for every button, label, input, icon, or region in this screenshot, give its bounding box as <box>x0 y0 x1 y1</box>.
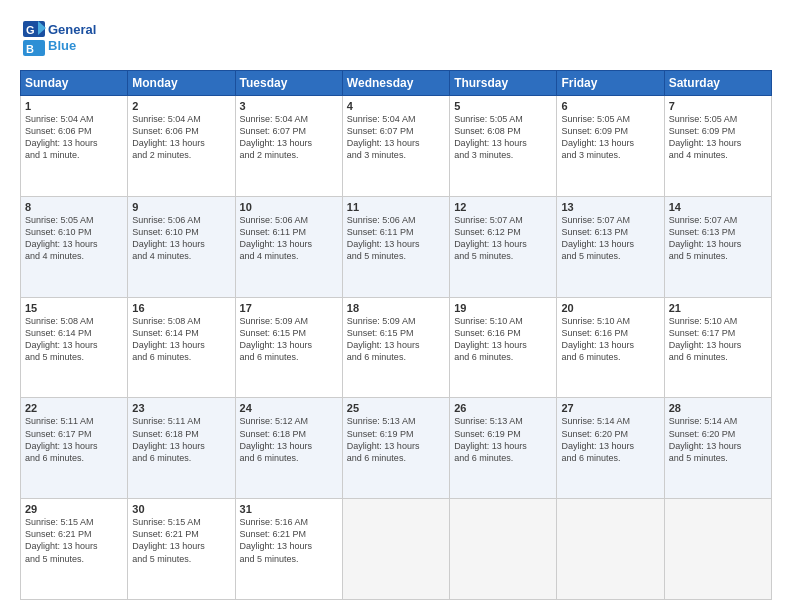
svg-text:General: General <box>48 22 96 37</box>
day-info: Sunrise: 5:05 AM Sunset: 6:09 PM Dayligh… <box>669 113 767 162</box>
day-cell: 6Sunrise: 5:05 AM Sunset: 6:09 PM Daylig… <box>557 96 664 197</box>
day-cell: 4Sunrise: 5:04 AM Sunset: 6:07 PM Daylig… <box>342 96 449 197</box>
day-cell: 13Sunrise: 5:07 AM Sunset: 6:13 PM Dayli… <box>557 196 664 297</box>
day-number: 21 <box>669 302 767 314</box>
day-cell: 16Sunrise: 5:08 AM Sunset: 6:14 PM Dayli… <box>128 297 235 398</box>
day-cell <box>450 499 557 600</box>
day-cell: 11Sunrise: 5:06 AM Sunset: 6:11 PM Dayli… <box>342 196 449 297</box>
day-number: 20 <box>561 302 659 314</box>
week-row-5: 29Sunrise: 5:15 AM Sunset: 6:21 PM Dayli… <box>21 499 772 600</box>
col-header-monday: Monday <box>128 71 235 96</box>
day-cell <box>664 499 771 600</box>
day-number: 11 <box>347 201 445 213</box>
day-cell: 26Sunrise: 5:13 AM Sunset: 6:19 PM Dayli… <box>450 398 557 499</box>
col-header-sunday: Sunday <box>21 71 128 96</box>
day-info: Sunrise: 5:06 AM Sunset: 6:10 PM Dayligh… <box>132 214 230 263</box>
day-number: 31 <box>240 503 338 515</box>
day-cell: 1Sunrise: 5:04 AM Sunset: 6:06 PM Daylig… <box>21 96 128 197</box>
day-number: 27 <box>561 402 659 414</box>
header: General Blue G B <box>20 18 772 60</box>
day-info: Sunrise: 5:13 AM Sunset: 6:19 PM Dayligh… <box>454 415 552 464</box>
week-row-2: 8Sunrise: 5:05 AM Sunset: 6:10 PM Daylig… <box>21 196 772 297</box>
day-info: Sunrise: 5:04 AM Sunset: 6:06 PM Dayligh… <box>132 113 230 162</box>
day-cell: 7Sunrise: 5:05 AM Sunset: 6:09 PM Daylig… <box>664 96 771 197</box>
day-number: 15 <box>25 302 123 314</box>
day-info: Sunrise: 5:10 AM Sunset: 6:16 PM Dayligh… <box>454 315 552 364</box>
day-cell: 20Sunrise: 5:10 AM Sunset: 6:16 PM Dayli… <box>557 297 664 398</box>
svg-text:G: G <box>26 24 35 36</box>
day-number: 30 <box>132 503 230 515</box>
day-info: Sunrise: 5:10 AM Sunset: 6:17 PM Dayligh… <box>669 315 767 364</box>
calendar-table: SundayMondayTuesdayWednesdayThursdayFrid… <box>20 70 772 600</box>
day-number: 10 <box>240 201 338 213</box>
day-cell: 18Sunrise: 5:09 AM Sunset: 6:15 PM Dayli… <box>342 297 449 398</box>
day-info: Sunrise: 5:12 AM Sunset: 6:18 PM Dayligh… <box>240 415 338 464</box>
day-cell: 31Sunrise: 5:16 AM Sunset: 6:21 PM Dayli… <box>235 499 342 600</box>
day-info: Sunrise: 5:16 AM Sunset: 6:21 PM Dayligh… <box>240 516 338 565</box>
day-cell: 22Sunrise: 5:11 AM Sunset: 6:17 PM Dayli… <box>21 398 128 499</box>
day-cell: 29Sunrise: 5:15 AM Sunset: 6:21 PM Dayli… <box>21 499 128 600</box>
day-info: Sunrise: 5:06 AM Sunset: 6:11 PM Dayligh… <box>347 214 445 263</box>
day-info: Sunrise: 5:07 AM Sunset: 6:13 PM Dayligh… <box>669 214 767 263</box>
day-cell: 17Sunrise: 5:09 AM Sunset: 6:15 PM Dayli… <box>235 297 342 398</box>
day-info: Sunrise: 5:09 AM Sunset: 6:15 PM Dayligh… <box>347 315 445 364</box>
day-number: 24 <box>240 402 338 414</box>
day-number: 23 <box>132 402 230 414</box>
day-info: Sunrise: 5:11 AM Sunset: 6:18 PM Dayligh… <box>132 415 230 464</box>
day-info: Sunrise: 5:09 AM Sunset: 6:15 PM Dayligh… <box>240 315 338 364</box>
day-cell: 14Sunrise: 5:07 AM Sunset: 6:13 PM Dayli… <box>664 196 771 297</box>
day-cell: 27Sunrise: 5:14 AM Sunset: 6:20 PM Dayli… <box>557 398 664 499</box>
day-info: Sunrise: 5:14 AM Sunset: 6:20 PM Dayligh… <box>669 415 767 464</box>
day-number: 18 <box>347 302 445 314</box>
day-info: Sunrise: 5:07 AM Sunset: 6:13 PM Dayligh… <box>561 214 659 263</box>
header-row: SundayMondayTuesdayWednesdayThursdayFrid… <box>21 71 772 96</box>
day-number: 17 <box>240 302 338 314</box>
day-cell: 24Sunrise: 5:12 AM Sunset: 6:18 PM Dayli… <box>235 398 342 499</box>
page: General Blue G B SundayMondayTuesdayWedn… <box>0 0 792 612</box>
day-info: Sunrise: 5:07 AM Sunset: 6:12 PM Dayligh… <box>454 214 552 263</box>
week-row-4: 22Sunrise: 5:11 AM Sunset: 6:17 PM Dayli… <box>21 398 772 499</box>
day-number: 29 <box>25 503 123 515</box>
svg-text:Blue: Blue <box>48 38 76 53</box>
day-info: Sunrise: 5:10 AM Sunset: 6:16 PM Dayligh… <box>561 315 659 364</box>
day-info: Sunrise: 5:05 AM Sunset: 6:09 PM Dayligh… <box>561 113 659 162</box>
day-cell: 3Sunrise: 5:04 AM Sunset: 6:07 PM Daylig… <box>235 96 342 197</box>
day-info: Sunrise: 5:05 AM Sunset: 6:10 PM Dayligh… <box>25 214 123 263</box>
day-number: 16 <box>132 302 230 314</box>
day-number: 2 <box>132 100 230 112</box>
day-info: Sunrise: 5:05 AM Sunset: 6:08 PM Dayligh… <box>454 113 552 162</box>
day-info: Sunrise: 5:04 AM Sunset: 6:06 PM Dayligh… <box>25 113 123 162</box>
week-row-1: 1Sunrise: 5:04 AM Sunset: 6:06 PM Daylig… <box>21 96 772 197</box>
day-info: Sunrise: 5:04 AM Sunset: 6:07 PM Dayligh… <box>240 113 338 162</box>
day-info: Sunrise: 5:04 AM Sunset: 6:07 PM Dayligh… <box>347 113 445 162</box>
col-header-tuesday: Tuesday <box>235 71 342 96</box>
day-info: Sunrise: 5:11 AM Sunset: 6:17 PM Dayligh… <box>25 415 123 464</box>
day-info: Sunrise: 5:08 AM Sunset: 6:14 PM Dayligh… <box>132 315 230 364</box>
day-info: Sunrise: 5:13 AM Sunset: 6:19 PM Dayligh… <box>347 415 445 464</box>
day-number: 25 <box>347 402 445 414</box>
day-info: Sunrise: 5:08 AM Sunset: 6:14 PM Dayligh… <box>25 315 123 364</box>
day-cell: 30Sunrise: 5:15 AM Sunset: 6:21 PM Dayli… <box>128 499 235 600</box>
day-number: 28 <box>669 402 767 414</box>
col-header-thursday: Thursday <box>450 71 557 96</box>
day-cell: 5Sunrise: 5:05 AM Sunset: 6:08 PM Daylig… <box>450 96 557 197</box>
day-number: 3 <box>240 100 338 112</box>
day-number: 5 <box>454 100 552 112</box>
day-cell: 9Sunrise: 5:06 AM Sunset: 6:10 PM Daylig… <box>128 196 235 297</box>
day-info: Sunrise: 5:06 AM Sunset: 6:11 PM Dayligh… <box>240 214 338 263</box>
day-number: 26 <box>454 402 552 414</box>
day-cell: 28Sunrise: 5:14 AM Sunset: 6:20 PM Dayli… <box>664 398 771 499</box>
day-cell: 23Sunrise: 5:11 AM Sunset: 6:18 PM Dayli… <box>128 398 235 499</box>
svg-text:B: B <box>26 43 34 55</box>
day-cell: 10Sunrise: 5:06 AM Sunset: 6:11 PM Dayli… <box>235 196 342 297</box>
col-header-friday: Friday <box>557 71 664 96</box>
day-cell <box>557 499 664 600</box>
col-header-wednesday: Wednesday <box>342 71 449 96</box>
day-number: 9 <box>132 201 230 213</box>
day-cell: 2Sunrise: 5:04 AM Sunset: 6:06 PM Daylig… <box>128 96 235 197</box>
week-row-3: 15Sunrise: 5:08 AM Sunset: 6:14 PM Dayli… <box>21 297 772 398</box>
logo-svg: General Blue G B <box>20 18 110 60</box>
day-cell: 25Sunrise: 5:13 AM Sunset: 6:19 PM Dayli… <box>342 398 449 499</box>
day-info: Sunrise: 5:15 AM Sunset: 6:21 PM Dayligh… <box>132 516 230 565</box>
day-cell: 12Sunrise: 5:07 AM Sunset: 6:12 PM Dayli… <box>450 196 557 297</box>
